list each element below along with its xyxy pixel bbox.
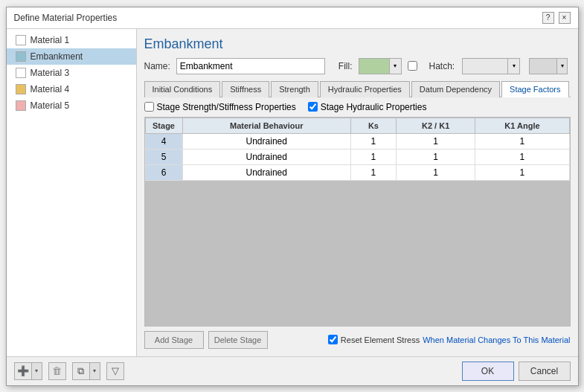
- footer-right: OK Cancel: [462, 362, 571, 381]
- col-behaviour: Material Behaviour: [182, 118, 350, 133]
- cell-ks-1[interactable]: 1: [350, 149, 396, 164]
- material-1-label: Material 1: [31, 35, 70, 45]
- hatch-color-swatch: [530, 59, 556, 74]
- hatch-swatch: [463, 59, 507, 74]
- help-button[interactable]: ?: [542, 12, 554, 24]
- name-row: Name: Fill: ▾ Hatch: ▾ ▾: [144, 58, 571, 74]
- embankment-label: Embankment: [31, 51, 83, 62]
- right-panel: Embankment Name: Fill: ▾ Hatch: ▾ ▾: [137, 29, 578, 356]
- hatch-dropdown-arrow[interactable]: ▾: [507, 59, 519, 74]
- stage-strength-checkbox[interactable]: [144, 102, 154, 112]
- footer: ➕ ▾ 🗑 ⧉ ▾ ▽ OK Cancel: [7, 356, 578, 385]
- delete-material-button[interactable]: 🗑: [48, 362, 66, 380]
- hatch-checkbox[interactable]: [408, 61, 417, 71]
- hatch-color-dropdown[interactable]: ▾: [556, 59, 567, 74]
- stage-hydraulic-label: Stage Hydraulic Properties: [321, 102, 427, 112]
- copy-material-button[interactable]: ⧉ ▾: [72, 362, 100, 380]
- hatch-swatch-container: ▾: [462, 58, 520, 74]
- cell-stage-1[interactable]: 5: [145, 149, 182, 164]
- tab-hydraulic-properties[interactable]: Hydraulic Properties: [320, 81, 410, 97]
- cell-k2k1-1[interactable]: 1: [396, 149, 475, 164]
- material-4-swatch: [16, 84, 26, 94]
- material-3-label: Material 3: [31, 68, 70, 78]
- table-row[interactable]: 5 Undrained 1 1 1: [145, 149, 569, 164]
- delete-stage-button[interactable]: Delete Stage: [208, 331, 268, 349]
- cell-ks-0[interactable]: 1: [350, 133, 396, 149]
- fill-label: Fill:: [338, 61, 353, 71]
- tab-datum-dependency[interactable]: Datum Dependency: [411, 81, 500, 97]
- cell-k1angle-0[interactable]: 1: [475, 133, 569, 149]
- stage-buttons: Add Stage Delete Stage: [144, 331, 268, 349]
- material-1-swatch: [16, 35, 26, 45]
- material-item-embankment[interactable]: Embankment: [7, 48, 136, 65]
- material-item-3[interactable]: Material 3: [7, 65, 136, 81]
- fill-swatch-container: ▾: [359, 58, 402, 74]
- reset-checkbox[interactable]: [328, 335, 338, 344]
- material-5-swatch: [16, 100, 26, 111]
- title-bar: Define Material Properties ? ×: [7, 7, 578, 29]
- material-item-5[interactable]: Material 5: [7, 97, 136, 114]
- cell-k1angle-2[interactable]: 1: [475, 164, 569, 180]
- cell-behaviour-2[interactable]: Undrained: [182, 164, 350, 180]
- cell-behaviour-1[interactable]: Undrained: [182, 149, 350, 164]
- materials-list: Material 1 Embankment Material 3 Materia…: [7, 29, 137, 356]
- material-item-4[interactable]: Material 4: [7, 81, 136, 97]
- stage-table: Stage Material Behaviour Ks K2 / K1 K1 A…: [145, 118, 570, 181]
- stage-strength-option: Stage Strength/Stiffness Properties: [144, 102, 296, 112]
- dialog-body: Material 1 Embankment Material 3 Materia…: [7, 29, 578, 356]
- bottom-row: Add Stage Delete Stage Reset Element Str…: [144, 327, 571, 349]
- cell-ks-2[interactable]: 1: [350, 164, 396, 180]
- footer-left: ➕ ▾ 🗑 ⧉ ▾ ▽: [14, 362, 124, 380]
- stage-hydraulic-option: Stage Hydraulic Properties: [308, 102, 427, 112]
- stage-hydraulic-checkbox[interactable]: [308, 102, 318, 112]
- cell-stage-0[interactable]: 4: [145, 133, 182, 149]
- options-row: Stage Strength/Stiffness Properties Stag…: [144, 102, 571, 112]
- fill-dropdown-arrow[interactable]: ▾: [389, 59, 401, 74]
- dialog: Define Material Properties ? × Material …: [6, 7, 579, 386]
- col-stage: Stage: [145, 118, 182, 133]
- panel-title: Embankment: [144, 36, 571, 52]
- cell-k2k1-0[interactable]: 1: [396, 133, 475, 149]
- stage-strength-label: Stage Strength/Stiffness Properties: [157, 102, 296, 112]
- hatch-label: Hatch:: [429, 61, 455, 71]
- tab-strength[interactable]: Strength: [271, 81, 318, 97]
- table-row[interactable]: 6 Undrained 1 1 1: [145, 164, 569, 180]
- embankment-swatch: [16, 51, 26, 62]
- name-label: Name:: [144, 61, 170, 71]
- add-stage-button[interactable]: Add Stage: [144, 331, 204, 349]
- add-dropdown-arrow[interactable]: ▾: [31, 363, 42, 379]
- copy-dropdown-arrow[interactable]: ▾: [89, 363, 100, 379]
- tab-initial-conditions[interactable]: Initial Conditions: [144, 81, 221, 97]
- material-item-1[interactable]: Material 1: [7, 32, 136, 48]
- name-input[interactable]: [176, 58, 325, 74]
- add-material-button[interactable]: ➕ ▾: [14, 362, 42, 380]
- cancel-button[interactable]: Cancel: [519, 362, 571, 381]
- col-k1angle: K1 Angle: [475, 118, 569, 133]
- hatch-color-container: ▾: [529, 58, 568, 74]
- close-button[interactable]: ×: [559, 12, 571, 24]
- ok-button[interactable]: OK: [462, 362, 514, 381]
- dialog-title: Define Material Properties: [14, 13, 118, 23]
- reset-text-normal: Reset Element Stress: [341, 335, 420, 344]
- col-k2k1: K2 / K1: [396, 118, 475, 133]
- cell-k1angle-1[interactable]: 1: [475, 149, 569, 164]
- table-header-row: Stage Material Behaviour Ks K2 / K1 K1 A…: [145, 118, 569, 133]
- cell-k2k1-2[interactable]: 1: [396, 164, 475, 180]
- tab-stage-factors[interactable]: Stage Factors: [501, 81, 568, 97]
- filter-button[interactable]: ▽: [106, 362, 124, 380]
- table-row[interactable]: 4 Undrained 1 1 1: [145, 133, 569, 149]
- material-4-label: Material 4: [31, 84, 70, 94]
- material-3-swatch: [16, 68, 26, 78]
- reset-row: Reset Element Stress When Material Chang…: [328, 335, 571, 344]
- stage-table-container: Stage Material Behaviour Ks K2 / K1 K1 A…: [144, 117, 571, 327]
- title-bar-controls: ? ×: [542, 12, 571, 24]
- add-icon: ➕: [15, 363, 31, 379]
- cell-stage-2[interactable]: 6: [145, 164, 182, 180]
- fill-swatch: [359, 59, 389, 74]
- reset-text-blue: When Material Changes To This Material: [423, 335, 570, 344]
- material-5-label: Material 5: [31, 100, 70, 111]
- tabs-row: Initial Conditions Stiffness Strength Hy…: [144, 80, 571, 97]
- col-ks: Ks: [350, 118, 396, 133]
- cell-behaviour-0[interactable]: Undrained: [182, 133, 350, 149]
- tab-stiffness[interactable]: Stiffness: [222, 81, 269, 97]
